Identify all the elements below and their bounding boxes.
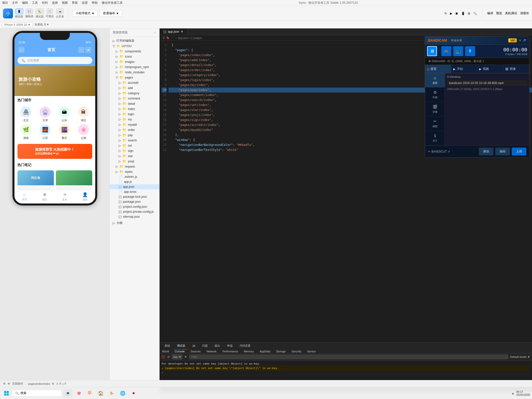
city-shandong[interactable]: 🏔 山东 xyxy=(56,106,73,122)
nav-publish[interactable]: ✈ 发布 xyxy=(55,192,75,201)
bd-game-icon[interactable]: 🎮 xyxy=(441,46,451,56)
folder-add[interactable]: ▷📁add xyxy=(110,85,159,91)
menu-item-file[interactable]: 文件 xyxy=(12,1,18,5)
bd-mic-icon[interactable]: 🎙 xyxy=(465,46,475,56)
subtab-memory[interactable]: Memory xyxy=(241,350,256,353)
taskbar-app-6[interactable]: 🌐 xyxy=(118,389,127,398)
folder-components[interactable]: ▷📁components xyxy=(110,49,159,54)
close-tab-icon[interactable]: ✕ xyxy=(181,30,183,33)
taskbar-arrow-up[interactable]: ▲ xyxy=(512,392,514,395)
menu-item-goto[interactable]: 转到 xyxy=(42,1,48,5)
phone-promo[interactable]: 旅游推荐官 火热招募中！ 边玩边攒旅游金 ❤ go xyxy=(17,144,92,159)
editor-tab-appjson[interactable]: { } app.json ✕ xyxy=(160,28,187,35)
folder-set[interactable]: ▷📁set xyxy=(110,143,159,148)
file-package-lock[interactable]: { }package-lock.json xyxy=(110,194,159,199)
folder-index[interactable]: ▷📁index xyxy=(110,106,159,111)
folder-sign[interactable]: ▷📁sign xyxy=(110,148,159,153)
bd-nav-video[interactable]: ▶ 视频 xyxy=(477,65,503,73)
open-editors-header[interactable]: ▷ 打开的编辑器 xyxy=(110,38,159,44)
city-chongqing[interactable]: 🌆 重庆 xyxy=(56,124,73,140)
devtools-tab-debugger[interactable]: 调试器 xyxy=(174,342,188,350)
taskbar-app-1[interactable]: 💻 xyxy=(63,389,72,398)
compile-selector[interactable]: 普通编译 ▼ xyxy=(100,10,122,17)
folder-my[interactable]: ▷📁my xyxy=(110,117,159,122)
bd-nav-image[interactable]: 🖼 图像 xyxy=(503,65,530,73)
phone-nav-menu[interactable]: ··· xyxy=(78,47,84,53)
note-card-2[interactable] xyxy=(56,170,92,190)
file-appjs[interactable]: 📄app.js xyxy=(110,179,159,184)
subtab-appdata[interactable]: AppData xyxy=(257,350,273,353)
bd-sidebar-general[interactable]: ⚙ 常规 xyxy=(425,88,445,102)
project-root[interactable]: ▽ 📁 LVYOU xyxy=(110,44,159,49)
devtools-tab-output[interactable]: 输出 xyxy=(212,342,223,350)
subtab-sources[interactable]: Sources xyxy=(188,350,203,353)
phone-content[interactable]: 旅游小攻略 省时 / 省钱 / 更省心 热门城市 🏯 北京 🎡 天津 xyxy=(14,66,95,191)
outline-header[interactable]: ▷ 大纲 xyxy=(110,220,159,226)
city-yunnan[interactable]: 🌸 云南 xyxy=(75,124,92,140)
bd-nav-start[interactable]: ▶ 开始 xyxy=(451,65,477,73)
file-appjson[interactable]: { }app.json xyxy=(110,184,159,189)
windows-start-button[interactable] xyxy=(2,389,11,398)
real-device-button[interactable]: 真机调试 xyxy=(505,11,517,15)
folder-search[interactable]: ▷📁search xyxy=(110,138,159,143)
menu-item-view[interactable]: 视图 xyxy=(62,1,68,5)
folder-login[interactable]: ▷📁login xyxy=(110,111,159,117)
status-copy-icon[interactable]: ⧉ xyxy=(52,382,54,385)
bd-play-button[interactable]: 播放 xyxy=(479,148,493,155)
menu-item-settings[interactable]: 设置 xyxy=(82,1,88,5)
phone-search-box[interactable]: 🔍 点击搜索 xyxy=(17,57,92,64)
cloud-button[interactable]: ☁ 云开发 xyxy=(56,8,64,18)
device-selector[interactable]: iPhone X 100% 16 ▼ xyxy=(2,22,33,27)
subtab-security[interactable]: Security xyxy=(289,350,304,353)
menu-item-wechat[interactable]: 微信开发者工具 xyxy=(102,1,123,5)
search-button[interactable]: 🔍 xyxy=(473,12,477,15)
folder-pay[interactable]: ▷📁pay xyxy=(110,132,159,138)
folder-accredit[interactable]: ▷📁accredit xyxy=(110,80,159,85)
folder-youji[interactable]: ▷📁youji xyxy=(110,159,159,164)
subtab-wxml[interactable]: Wxml xyxy=(160,350,172,353)
devtools-tab-quality[interactable]: 代码质量 xyxy=(237,342,254,350)
editor-button[interactable]: { } 编辑器 xyxy=(25,8,33,18)
status-settings-icon[interactable]: ⚙ xyxy=(3,382,5,385)
preview-button[interactable]: 预览 xyxy=(496,11,502,15)
devtools-tab-38[interactable]: 38 xyxy=(189,343,198,349)
taskbar-app-7[interactable]: ● xyxy=(129,389,138,398)
console-filter-input[interactable] xyxy=(189,355,508,359)
subtab-storage[interactable]: Storage xyxy=(274,350,288,353)
folder-star[interactable]: ▷📁star xyxy=(110,153,159,159)
bd-sidebar-record[interactable]: 🎬 录像 xyxy=(425,102,445,116)
breadcrumb-forward[interactable]: → xyxy=(174,36,177,39)
bd-device-icon[interactable]: 📺 xyxy=(453,46,463,56)
simulator-button[interactable]: 📱 模拟器 xyxy=(15,8,23,18)
subtab-console[interactable]: Console xyxy=(172,350,187,353)
context-selector[interactable]: top xyxy=(172,354,182,359)
debugger-button[interactable]: 🐛 调试器 xyxy=(35,8,44,18)
taskbar-app-5[interactable]: 🐎 xyxy=(107,389,116,398)
city-beijing[interactable]: 🏯 北京 xyxy=(17,106,35,122)
file-package[interactable]: { }package.json xyxy=(110,199,159,204)
folder-category[interactable]: ▷📁category xyxy=(110,91,159,96)
phone-nav-close[interactable]: ● xyxy=(85,47,91,53)
bd-screen-icon[interactable]: 🖥 xyxy=(427,46,437,56)
file-project-private[interactable]: { }project.private.config.js. xyxy=(110,209,159,214)
explorer-menu-icon[interactable]: ··· xyxy=(154,31,156,34)
taskbar-app-3[interactable]: ⛧ xyxy=(85,389,94,398)
city-hunan[interactable]: 🌿 湖南 xyxy=(17,124,35,140)
devtools-pause-icon[interactable]: ⊘ xyxy=(167,355,170,359)
bandicam-close-icon[interactable]: ✕ xyxy=(519,39,521,42)
stop-button[interactable]: ⏹ xyxy=(455,12,458,15)
phone-button[interactable]: 📱 xyxy=(461,12,465,15)
city-jiangsu[interactable]: 🌉 江苏 xyxy=(37,124,54,140)
devtools-tab-base[interactable]: 基础 xyxy=(162,342,173,350)
city-tianjin[interactable]: 🎡 天津 xyxy=(37,106,54,122)
file-appwxss[interactable]: 📄app.wxss xyxy=(110,189,159,194)
hot-reload[interactable]: 热重载 关▼ xyxy=(35,23,49,26)
bd-edit-button[interactable]: 编辑 xyxy=(495,148,510,155)
status-eye-icon[interactable]: 👁 xyxy=(7,382,10,385)
folder-node-modules[interactable]: ▷📁node_modules xyxy=(110,70,159,75)
folder-styles[interactable]: ▷📁styles xyxy=(110,169,159,174)
folder-detail[interactable]: ▷📁detail xyxy=(110,101,159,106)
file-project-config[interactable]: { }project.config.json xyxy=(110,204,159,209)
reload-button[interactable]: ↻ xyxy=(444,12,447,15)
taskbar-app-4[interactable]: 🏠 xyxy=(96,389,105,398)
